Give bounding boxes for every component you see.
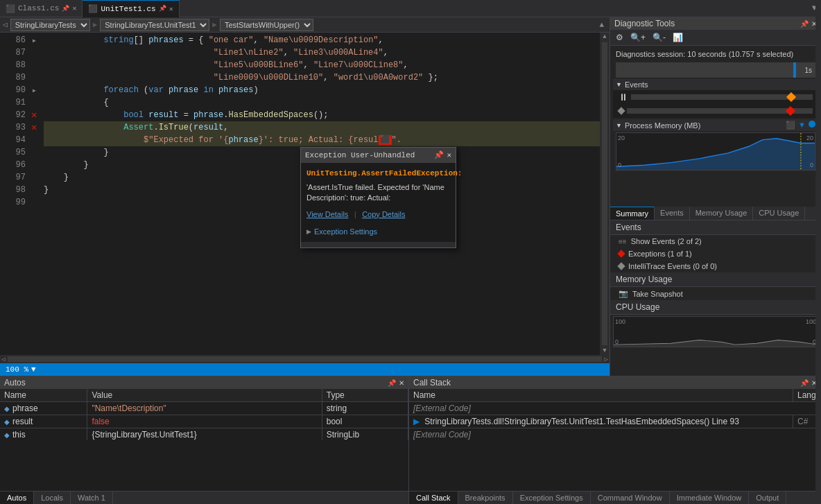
callstack-pin-icon[interactable]: 📌 xyxy=(800,379,809,387)
pause-btn[interactable]: ⏸ xyxy=(619,92,628,103)
cpu-top-left: 100 xyxy=(615,318,625,325)
collapse-90[interactable]: ▶ xyxy=(31,87,36,94)
view-details-link[interactable]: View Details xyxy=(306,210,348,218)
close-unittest1[interactable]: ✕ xyxy=(169,5,173,13)
autos-close-icon[interactable]: ✕ xyxy=(399,379,404,387)
tab-breakpoints[interactable]: Breakpoints xyxy=(458,492,513,504)
autos-table-container: Name Value Type ◆phrase "Name\tDescripti… xyxy=(0,389,408,440)
intellitrace-track xyxy=(627,108,813,114)
diag-zoom-out-btn[interactable]: 🔍- xyxy=(650,31,668,44)
phrase-type: string xyxy=(322,402,408,415)
scroll-thumb[interactable] xyxy=(602,42,607,345)
code-content[interactable]: string[] phrases = { "one car", "Name\u0… xyxy=(44,33,600,355)
exception-body: UnitTesting.AssertFailedException: 'Asse… xyxy=(301,163,456,242)
cpu-top-right: 100 xyxy=(806,318,816,325)
intellitrace-diamond-icon xyxy=(617,262,625,270)
bp-92[interactable]: ✕ xyxy=(31,109,44,121)
diag-settings-btn[interactable]: ⚙ xyxy=(613,31,626,44)
tab-watch1[interactable]: Watch 1 xyxy=(71,492,113,504)
intellitrace-item[interactable]: IntelliTrace Events (0 of 0) xyxy=(610,260,821,272)
tab-exception-settings[interactable]: Exception Settings xyxy=(513,492,591,504)
exceptions-label: Exceptions (1 of 1) xyxy=(628,250,692,258)
line-numbers: 86 87 88 89 90 91 92 93 94 95 96 97 98 9… xyxy=(0,33,31,355)
memory-chart: 20 20 0 0 xyxy=(616,132,815,171)
close-class1[interactable]: ✕ xyxy=(72,4,76,12)
timeline-bar[interactable]: 1s xyxy=(616,62,815,78)
exception-resize-handle[interactable] xyxy=(301,242,456,247)
events-track xyxy=(631,94,813,100)
mem-bot-right: 0 xyxy=(810,162,813,168)
phrase-name: ◆phrase xyxy=(0,402,87,415)
scroll-down-btn[interactable]: ▼ xyxy=(602,347,607,355)
autos-row-this[interactable]: ◆this {StringLibraryTest.UnitTest1} Stri… xyxy=(0,428,408,440)
circle-icon xyxy=(809,121,815,128)
editor-vscroll[interactable]: ▲ ▼ xyxy=(600,33,610,355)
exception-title: Exception User-Unhandled xyxy=(305,149,415,162)
diag-chart-btn[interactable]: 📊 xyxy=(670,31,686,44)
up-btn[interactable]: ▲ xyxy=(596,21,607,29)
this-type: StringLib xyxy=(322,428,408,440)
bp-87 xyxy=(31,46,44,59)
breakpoint-93: ✕ xyxy=(31,123,37,132)
collapse-86[interactable]: ▶ xyxy=(31,37,36,44)
tab-immediate-window[interactable]: Immediate Window xyxy=(670,492,750,504)
cs-row-entry[interactable]: ▶ StringLibraryTests.dll!StringLibraryTe… xyxy=(409,415,821,428)
hscroll-left-btn[interactable]: ◁ xyxy=(0,356,6,363)
show-events-label: Show Events (2 of 2) xyxy=(631,237,702,245)
take-snapshot-item[interactable]: 📷 Take Snapshot xyxy=(610,287,821,300)
pin-icon-unittest1: 📌 xyxy=(159,5,166,12)
pin-icon-class1: 📌 xyxy=(62,5,69,12)
tab-command-window[interactable]: Command Window xyxy=(591,492,670,504)
diag-tab-cpu[interactable]: CPU Usage xyxy=(753,207,805,220)
diag-vscrollbar[interactable] xyxy=(815,17,821,376)
exception-settings-label: Exception Settings xyxy=(314,225,377,238)
bp-93[interactable]: ✕ xyxy=(31,121,44,134)
event-marker-red xyxy=(786,106,795,116)
autos-pin-icon[interactable]: 📌 xyxy=(388,379,396,387)
show-events-item[interactable]: ≡≡ Show Events (2 of 2) xyxy=(610,235,821,247)
diag-zoom-in-btn[interactable]: 🔍+ xyxy=(628,31,648,44)
svg-marker-2 xyxy=(614,340,818,347)
exceptions-item[interactable]: Exceptions (1 of 1) xyxy=(610,247,821,260)
hscroll-right-btn[interactable]: ▷ xyxy=(603,356,610,363)
events-line-icon: ≡≡ xyxy=(619,238,627,245)
tab-output[interactable]: Output xyxy=(749,492,786,504)
code-line-90: foreach (var phrase in phrases) xyxy=(44,84,600,96)
zoom-dropdown-icon[interactable]: ▼ xyxy=(31,365,36,374)
tab-class1[interactable]: ⬛ Class1.cs 📌 ✕ xyxy=(0,0,83,17)
diag-pin-icon[interactable]: 📌 xyxy=(800,20,809,28)
exception-settings-expand[interactable]: ▶ Exception Settings xyxy=(306,225,450,238)
tab-autos[interactable]: Autos xyxy=(0,492,34,504)
class-dropdown[interactable]: StringLibraryTests xyxy=(10,19,90,31)
hscroll-track[interactable] xyxy=(8,356,601,362)
cs-row-extcode2: [External Code] xyxy=(409,428,821,440)
autos-row-result[interactable]: ◆result false bool xyxy=(0,415,408,428)
tab-unittest1[interactable]: ⬛ UnitTest1.cs 📌 ✕ xyxy=(83,0,179,17)
autos-row-phrase[interactable]: ◆phrase "Name\tDescription" string xyxy=(0,402,408,415)
diag-tab-summary[interactable]: Summary xyxy=(610,207,655,220)
events-section-header[interactable]: ▼ Events xyxy=(613,79,818,90)
close-exception-icon[interactable]: ✕ xyxy=(447,149,451,162)
exception-message: 'Assert.IsTrue failed. Expected for 'Nam… xyxy=(306,182,450,204)
tab-spacer xyxy=(180,0,808,17)
diag-tab-memory[interactable]: Memory Usage xyxy=(690,207,754,220)
method-dropdown[interactable]: StringLibraryTest.UnitTest1 xyxy=(100,19,209,31)
tab-locals[interactable]: Locals xyxy=(34,492,71,504)
copy-details-link[interactable]: Copy Details xyxy=(362,210,405,218)
editor-hscroll[interactable]: ◁ ▷ xyxy=(0,355,610,363)
cpu-svg xyxy=(614,317,818,347)
code-line-87: "Line1\nLine2", "Line3\u000ALine4", xyxy=(44,46,600,59)
scroll-up-btn[interactable]: ▲ xyxy=(602,33,607,41)
tab-call-stack[interactable]: Call Stack xyxy=(409,492,458,504)
tab-class1-label: Class1.cs xyxy=(18,4,59,12)
pin-exception-icon[interactable]: 📌 xyxy=(434,149,444,162)
bp-88 xyxy=(31,59,44,71)
file-icon: ⬛ xyxy=(6,4,15,13)
diag-tab-events[interactable]: Events xyxy=(655,207,690,220)
result-value: false xyxy=(87,415,322,428)
left-arrow-icon[interactable]: ◁ xyxy=(3,20,8,29)
col-name: Name xyxy=(0,389,87,402)
memory-section-header[interactable]: ▼ Process Memory (MB) ⬛ ▼ xyxy=(613,119,818,131)
function-dropdown[interactable]: TestStartsWithUpper() xyxy=(220,19,313,31)
expand-triangle: ▶ xyxy=(306,225,311,238)
